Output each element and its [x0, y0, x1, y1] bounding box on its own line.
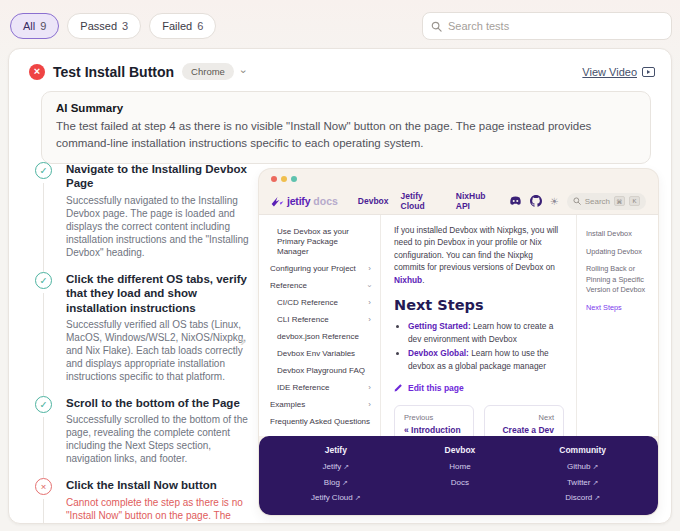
footer-link-home[interactable]: Home	[445, 459, 476, 474]
logo-word: jetify	[287, 195, 310, 207]
step-description: Cannot complete the step as there is no …	[66, 496, 251, 524]
browser-badge[interactable]: Chrome	[182, 63, 234, 80]
footer-link-blog[interactable]: Blog↗	[311, 475, 361, 490]
edit-this-page-label: Edit this page	[408, 383, 464, 393]
cmd-key-icon: ⌘	[614, 196, 625, 206]
sidebar-item-cicd-reference[interactable]: CI/CD Reference›	[267, 294, 374, 311]
github-icon[interactable]	[530, 195, 542, 207]
window-zoom-dot	[291, 176, 297, 182]
filter-passed-label: Passed	[80, 20, 117, 32]
toc-item-updating-devbox[interactable]: Updating Devbox	[586, 247, 652, 258]
test-title: Test Install Button	[53, 64, 174, 80]
list-item: Devbox Global: Learn how to use the devb…	[408, 347, 564, 372]
chevron-right-icon: ›	[368, 315, 371, 325]
sidebar-item-reference[interactable]: Reference›	[267, 277, 374, 294]
next-steps-heading: Next Steps	[394, 297, 564, 313]
step-failed-icon: ×	[35, 478, 52, 495]
ai-summary-body: The test failed at step 4 as there is no…	[56, 118, 636, 153]
status-filter-pills: All 9 Passed 3 Failed 6	[10, 13, 216, 39]
external-link-icon: ↗	[592, 463, 598, 470]
docs-navbar: jetify docs Devbox Jetify Cloud NixHub A…	[259, 188, 658, 214]
getting-started-link[interactable]: Getting Started:	[408, 321, 471, 331]
step-title: Click the Install Now button	[66, 478, 251, 492]
footer-link-discord[interactable]: Discord↗	[559, 490, 606, 505]
toc-item-install-devbox[interactable]: Install Devbox	[586, 229, 652, 240]
external-link-icon: ↗	[592, 479, 598, 486]
logo-sub: docs	[313, 195, 338, 207]
chevron-right-icon: ›	[368, 298, 371, 308]
search-tests-box[interactable]	[422, 12, 672, 40]
check-icon: ✓	[40, 400, 48, 410]
step-4[interactable]: × Click the Install Now button Cannot co…	[35, 478, 251, 524]
previous-caption: Previous	[404, 413, 464, 422]
ai-summary-box: AI Summary The test failed at step 4 as …	[41, 91, 651, 164]
jetify-logo[interactable]: jetify docs	[271, 195, 338, 207]
sidebar-item-cli-reference[interactable]: CLI Reference›	[267, 311, 374, 328]
external-link-icon: ↗	[594, 494, 600, 501]
sidebar-item-examples[interactable]: Examples›	[267, 396, 374, 413]
previous-title: « Introduction	[404, 425, 464, 436]
footer-link-github[interactable]: Github↗	[559, 459, 606, 474]
search-icon	[431, 21, 442, 32]
pencil-icon	[394, 383, 403, 392]
filter-all-count: 9	[40, 20, 46, 32]
step-description: Successfully verified all OS tabs (Linux…	[66, 318, 251, 383]
sidebar-item-faq[interactable]: Frequently Asked Questions	[267, 413, 374, 430]
sidebar-item-primary-package-manager[interactable]: Use Devbox as your Primary Package Manag…	[267, 223, 374, 260]
docs-main-content: If you installed Devbox with Nixpkgs, yo…	[381, 215, 576, 436]
chevron-right-icon: ›	[368, 264, 371, 274]
edit-this-page-link[interactable]: Edit this page	[394, 383, 564, 393]
theme-toggle-sun-icon[interactable]: ☀	[550, 196, 559, 207]
external-link-icon: ↗	[343, 463, 349, 470]
sidebar-item-ide-reference[interactable]: IDE Reference›	[267, 379, 374, 396]
nav-link-devbox[interactable]: Devbox	[358, 196, 389, 206]
devbox-global-link[interactable]: Devbox Global:	[408, 348, 469, 358]
docs-search-label: Search	[585, 197, 610, 206]
filter-all[interactable]: All 9	[10, 13, 59, 39]
window-close-dot	[271, 176, 277, 182]
step-title: Navigate to the Installing Devbox Page	[66, 162, 251, 191]
filter-failed[interactable]: Failed 6	[149, 13, 216, 39]
sidebar-item-devbox-playground-faq[interactable]: Devbox Playground FAQ	[267, 362, 374, 379]
step-description: Successfully navigated to the Installing…	[66, 194, 251, 259]
cross-icon: ×	[41, 482, 47, 492]
window-chrome-bar	[259, 169, 658, 188]
nav-link-nixhub-api[interactable]: NixHub API	[456, 191, 497, 211]
docs-toc: Install Devbox Updating Devbox Rolling B…	[576, 215, 658, 436]
discord-icon[interactable]	[509, 196, 522, 206]
step-2[interactable]: ✓ Click the different OS tabs, verify th…	[35, 272, 251, 383]
external-link-icon: ↗	[342, 479, 348, 486]
sidebar-item-devbox-env-variables[interactable]: Devbox Env Variables	[267, 345, 374, 362]
panel-expand-chevron-icon[interactable]: ›	[240, 331, 246, 351]
sidebar-item-configuring-project[interactable]: Configuring your Project›	[267, 260, 374, 277]
sidebar-item-devbox-json-reference[interactable]: devbox.json Reference	[267, 328, 374, 345]
filter-passed[interactable]: Passed 3	[67, 13, 141, 39]
next-steps-list: Getting Started: Learn how to create a d…	[397, 320, 564, 372]
toc-item-next-steps[interactable]: Next Steps	[586, 303, 652, 314]
view-video-label: View Video	[582, 66, 637, 78]
footer-link-twitter[interactable]: Twitter↗	[559, 475, 606, 490]
previous-page-card[interactable]: Previous « Introduction	[394, 405, 474, 437]
footer-link-jetify[interactable]: Jetify↗	[311, 459, 361, 474]
docs-body: Use Devbox as your Primary Package Manag…	[259, 214, 658, 436]
nav-link-jetify-cloud[interactable]: Jetify Cloud	[401, 191, 444, 211]
next-page-card[interactable]: Next Create a Dev Environment with Devbo…	[484, 405, 564, 437]
filter-failed-label: Failed	[162, 20, 192, 32]
footer-link-jetify-cloud[interactable]: Jetify Cloud↗	[311, 490, 361, 505]
footer-link-docs[interactable]: Docs	[445, 475, 476, 490]
jetify-logo-icon	[271, 196, 284, 207]
step-description: Successfully scrolled to the bottom of t…	[66, 413, 251, 465]
test-result-card: × Test Install Button Chrome › View Vide…	[8, 48, 672, 524]
toc-item-rolling-back[interactable]: Rolling Back or Pinning a Specific Versi…	[586, 264, 652, 296]
search-tests-input[interactable]	[448, 20, 663, 32]
step-3[interactable]: ✓ Scroll to the bottom of the Page Succe…	[35, 396, 251, 465]
docs-search-button[interactable]: Search ⌘ K	[567, 193, 646, 210]
ai-summary-title: AI Summary	[56, 102, 636, 114]
step-1[interactable]: ✓ Navigate to the Installing Devbox Page…	[35, 162, 251, 259]
view-video-link[interactable]: View Video	[582, 66, 655, 78]
step-passed-icon: ✓	[35, 162, 52, 179]
filter-failed-count: 6	[197, 20, 203, 32]
k-key-icon: K	[629, 196, 640, 206]
chevron-down-icon[interactable]: ›	[238, 70, 249, 74]
nixhub-link[interactable]: Nixhub	[394, 275, 422, 285]
